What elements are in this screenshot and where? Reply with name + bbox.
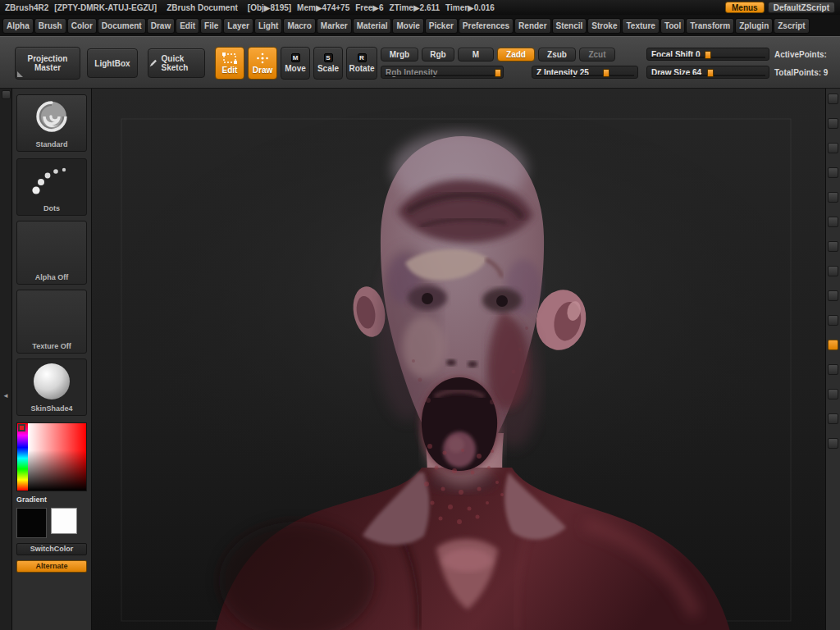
menu-texture[interactable]: Texture <box>622 18 659 34</box>
focal-shift-slider[interactable]: Focal Shift 0 <box>646 48 769 61</box>
current-brush-thumb[interactable]: Standard <box>16 94 87 152</box>
menus-button[interactable]: Menus <box>725 2 765 13</box>
draw-button[interactable]: Draw <box>248 47 277 80</box>
menu-render[interactable]: Render <box>514 18 550 34</box>
right-tray-icon[interactable] <box>828 217 838 227</box>
alpha-thumb[interactable]: Alpha Off <box>16 221 87 285</box>
menu-stencil[interactable]: Stencil <box>552 18 587 34</box>
texture-off-icon <box>17 290 86 340</box>
main-color-swatch[interactable] <box>16 508 47 538</box>
menu-layer[interactable]: Layer <box>223 18 253 34</box>
m-button[interactable]: M <box>458 48 494 62</box>
zsub-button[interactable]: Zsub <box>538 48 576 62</box>
edit-label: Edit <box>222 66 238 75</box>
rotate-key-badge: R <box>358 53 367 62</box>
right-tray-icon[interactable] <box>828 94 838 104</box>
switch-color-button[interactable]: SwitchColor <box>16 543 87 555</box>
tray-divider-handle[interactable]: ◄ <box>2 392 9 399</box>
alternate-button[interactable]: Alternate <box>16 560 87 573</box>
menu-document[interactable]: Document <box>98 18 146 34</box>
zcut-label: Zcut <box>588 50 605 59</box>
stroke-dots-label: Dots <box>43 203 60 215</box>
secondary-color-swatch[interactable] <box>51 508 77 534</box>
right-tray-icon[interactable] <box>828 266 838 276</box>
scale-button[interactable]: S Scale <box>313 47 343 80</box>
menu-zplugin[interactable]: Zplugin <box>735 18 773 34</box>
brush-standard-icon <box>17 95 86 139</box>
projection-master-label: Projection Master <box>16 54 80 72</box>
menu-marker[interactable]: Marker <box>317 18 352 34</box>
focal-shift-handle[interactable] <box>705 51 711 59</box>
right-tray-icon[interactable] <box>828 167 838 178</box>
zcut-button[interactable]: Zcut <box>579 48 615 62</box>
gradient-label: Gradient <box>16 495 87 504</box>
menu-material[interactable]: Material <box>353 18 392 34</box>
right-tray-icon[interactable] <box>828 192 838 203</box>
zbrush-window: ZBrush4R2 [ZPTY-DMRK-ATUJ-EGZU] ZBrush D… <box>0 0 840 630</box>
right-tray-icon[interactable] <box>828 118 838 129</box>
draw-size-handle[interactable] <box>707 69 714 77</box>
menu-color[interactable]: Color <box>67 18 97 34</box>
menu-file[interactable]: File <box>200 18 222 34</box>
menu-tool[interactable]: Tool <box>660 18 685 34</box>
menu-movie[interactable]: Movie <box>392 18 423 34</box>
right-tray-icon[interactable] <box>828 389 838 399</box>
z-intensity-slider[interactable]: Z Intensity 25 <box>532 66 638 79</box>
menu-picker[interactable]: Picker <box>425 18 458 34</box>
rgb-button[interactable]: Rgb <box>422 48 454 62</box>
menu-brush[interactable]: Brush <box>34 18 66 34</box>
menu-macro[interactable]: Macro <box>283 18 315 34</box>
texture-off-label: Texture Off <box>32 340 71 353</box>
right-tray-icon[interactable] <box>828 241 838 252</box>
rotate-button[interactable]: R Rotate <box>346 47 377 80</box>
stat-timer: Timer▶0.016 <box>445 3 495 12</box>
stroke-dots-icon <box>17 159 86 203</box>
quick-sketch-button[interactable]: Quick Sketch <box>148 48 205 78</box>
right-tray-icon[interactable] <box>828 315 838 326</box>
mrgb-button[interactable]: Mrgb <box>381 48 418 62</box>
document-title: ZBrush Document <box>167 3 238 12</box>
rgb-intensity-slider[interactable]: Rgb Intensity <box>381 66 504 79</box>
zadd-button[interactable]: Zadd <box>497 48 535 62</box>
rgb-intensity-handle[interactable] <box>495 69 501 77</box>
right-tray-icon[interactable] <box>828 438 838 449</box>
scale-key-badge: S <box>324 53 333 62</box>
color-picker[interactable] <box>16 422 87 491</box>
right-tray-icon-active[interactable] <box>828 340 838 350</box>
rotate-label: Rotate <box>349 64 374 73</box>
texture-thumb[interactable]: Texture Off <box>16 290 87 354</box>
menu-transform[interactable]: Transform <box>686 18 734 34</box>
active-points-readout: ActivePoints: <box>774 50 827 59</box>
quick-sketch-label: Quick Sketch <box>162 54 204 72</box>
stat-free: Free▶6 <box>355 3 383 12</box>
stroke-thumb[interactable]: Dots <box>16 158 87 216</box>
menu-stroke[interactable]: Stroke <box>587 18 621 34</box>
rail-corner-icon[interactable] <box>2 90 11 99</box>
menu-draw[interactable]: Draw <box>147 18 175 34</box>
hue-strip[interactable] <box>17 423 28 491</box>
z-intensity-handle[interactable] <box>603 69 609 77</box>
draw-size-slider[interactable]: Draw Size 64 <box>646 66 769 79</box>
menu-alpha[interactable]: Alpha <box>2 18 34 34</box>
right-tray-icon[interactable] <box>828 413 838 424</box>
edit-button[interactable]: Edit <box>215 47 244 80</box>
menu-light[interactable]: Light <box>254 18 282 34</box>
projection-master-button[interactable]: Projection Master <box>15 47 80 80</box>
default-zscript-button[interactable]: DefaultZScript <box>768 2 835 13</box>
material-thumb[interactable]: SkinShade4 <box>16 358 87 416</box>
m-label: M <box>472 50 479 59</box>
right-tray-icon[interactable] <box>828 143 838 153</box>
material-label: SkinShade4 <box>30 403 72 415</box>
color-picker-marker <box>18 424 25 431</box>
menu-preferences[interactable]: Preferences <box>459 18 514 34</box>
menu-edit[interactable]: Edit <box>176 18 199 34</box>
document-canvas[interactable] <box>92 89 825 630</box>
right-tray-icon[interactable] <box>828 364 838 375</box>
alpha-off-icon <box>17 221 86 272</box>
left-divider-rail: ◄ <box>0 89 12 630</box>
lightbox-button[interactable]: LightBox <box>87 48 138 78</box>
right-tray-icon[interactable] <box>828 290 838 301</box>
move-button[interactable]: M Move <box>281 47 310 80</box>
saturation-value-square[interactable] <box>28 423 86 491</box>
menu-zscript[interactable]: Zscript <box>774 18 809 34</box>
